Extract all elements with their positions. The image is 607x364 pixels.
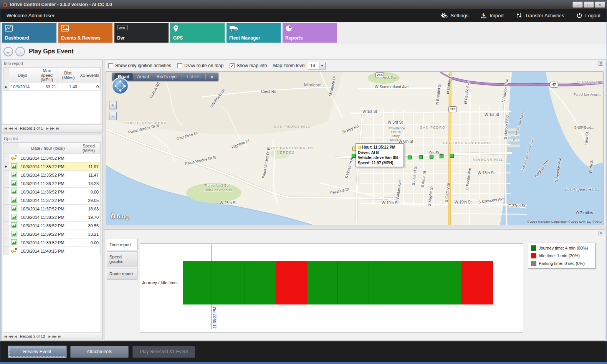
zoom-select[interactable]: 14 ▼ [308, 62, 326, 69]
icon-column-header [9, 143, 19, 154]
titlebar: Idrive Control Center - 3.0.2 version - … [0, 0, 607, 9]
map-canvas[interactable]: MiralestePeck ParkW Summerland AveCrest … [106, 71, 604, 225]
close-button[interactable]: × [595, 2, 605, 8]
review-event-button[interactable]: Review Event [8, 346, 66, 358]
bing-b-icon: b [111, 211, 116, 220]
collapse-map-panel-button[interactable] [599, 61, 603, 66]
gps-pager-prev-page-button[interactable]: ◀◀ [8, 335, 12, 338]
transfer-activities-button[interactable]: Transfer Activities [516, 12, 564, 18]
tab-dvr[interactable]: DVRDvr [114, 23, 169, 43]
right-column: Show only ignition activitiesDraw route … [103, 59, 607, 341]
import-icon [481, 12, 487, 18]
import-label: Import [490, 13, 504, 18]
maximize-button[interactable]: □ [584, 2, 594, 8]
attachments-button[interactable]: Attachments [70, 346, 129, 358]
gps-list-table: Date / hour (local)Speed (MPH) 10/3/2014… [3, 142, 101, 255]
gps-row[interactable]: 10/3/2014 11:39:52 PM0.00 [3, 238, 101, 247]
app-window: Idrive Control Center - 3.0.2 version - … [0, 0, 607, 364]
tab-fleet-manager[interactable]: Fleet Manager [227, 23, 281, 43]
gps-pager-first-button[interactable]: |◀ [4, 335, 7, 338]
checkbox-label: Show map info [237, 63, 267, 68]
route-marker[interactable] [352, 154, 356, 158]
show-only-ignition-activities-checkbox[interactable]: Show only ignition activities [108, 63, 171, 68]
info-pager-prev-button[interactable]: ◀ [15, 127, 17, 130]
info-pager-next-page-button[interactable]: ▶▶ [50, 127, 54, 130]
tab-gps[interactable]: GPS [170, 23, 225, 43]
gps-row[interactable]: 10/3/2014 11:35:52 PM11.47 [3, 171, 101, 179]
tooltip-hour: Hour: 11:35:22 PM [358, 145, 402, 150]
row-selector [3, 154, 9, 162]
info-pager-last-button[interactable]: ▶| [56, 127, 58, 130]
tab-route-report[interactable]: Route report [107, 268, 137, 280]
gps-row[interactable]: 10/3/2014 11:37:52 PM18.63 [3, 205, 101, 213]
map-style-bird-s-eye[interactable]: Bird's eye [153, 73, 180, 80]
chevron-down-icon[interactable]: ▼ [319, 62, 325, 69]
route-marker[interactable] [430, 155, 433, 159]
column-header-date-hour-local: Date / hour (local) [19, 143, 77, 154]
tab-time-report[interactable]: Time report [107, 239, 137, 250]
gps-row[interactable]: ▶10/3/2014 11:35:22 PM11.97 [3, 162, 101, 171]
ignition-on-icon [11, 157, 17, 161]
map-scale: 0.7 miles [576, 210, 593, 215]
route-marker[interactable] [408, 156, 412, 159]
info-pager-prev-page-button[interactable]: ◀◀ [8, 127, 12, 130]
gps-row[interactable]: 10/3/2014 11:38:22 PM19.70 [3, 213, 101, 222]
bar-segment-journey [245, 261, 276, 304]
map-style-aerial[interactable]: Aerial [134, 73, 152, 80]
import-button[interactable]: Import [481, 12, 504, 18]
checkbox-box [108, 63, 113, 68]
show-map-info-checkbox[interactable]: ✓Show map info [230, 63, 267, 68]
report-tabs: Time reportSpeed graphicRoute report [107, 239, 137, 280]
tab-reports[interactable]: Reports [283, 23, 337, 43]
settings-button[interactable]: Settings [441, 12, 468, 18]
logout-button[interactable]: Logout [576, 12, 600, 18]
map-compass-control[interactable] [111, 77, 129, 95]
map-zoom-in-button[interactable]: + [109, 101, 117, 109]
gps-row[interactable]: 10/3/2014 11:36:52 PM0.00 [3, 188, 101, 196]
gps-row[interactable]: 10/3/2014 11:34:52 PM [3, 154, 101, 162]
cell-speed: 0.00 [77, 238, 101, 247]
back-button[interactable]: ← [3, 47, 13, 56]
draw-route-on-map-checkbox[interactable]: Draw route on map [177, 63, 223, 68]
gps-row[interactable]: 10/3/2014 11:38:52 PM30.55 [3, 222, 101, 230]
tab-speed-graphic[interactable]: Speed graphic [107, 251, 137, 267]
column-header-dist-miles: Dist. (Miles) [58, 68, 79, 83]
gps-point-icon [11, 174, 17, 178]
map-nav-collapse-button[interactable]: « [207, 73, 216, 80]
transfer-activities-label: Transfer Activities [525, 13, 564, 18]
bar-segment-journey [183, 261, 214, 304]
collapse-chart-panel-button[interactable] [599, 231, 603, 235]
row-selector [3, 205, 9, 213]
info-pager-first-button[interactable]: |◀ [4, 127, 7, 130]
gps-pager-last-button[interactable]: ▶| [58, 335, 61, 338]
gps-row[interactable]: 10/3/2014 11:40:15 PM [3, 247, 101, 255]
gps-row[interactable]: 10/3/2014 11:37:22 PM29.05 [3, 196, 101, 205]
tab-label: Events & Reviews [61, 35, 101, 41]
gps-pager-next-button[interactable]: ▶ [48, 335, 50, 338]
map-style-labels[interactable]: Labels [184, 73, 204, 80]
route-marker[interactable] [419, 155, 423, 159]
map-zoom-out-button[interactable]: – [109, 112, 117, 120]
map-tooltip: Hour: 11:35:22 PM Driver: AI B Vehicle: … [356, 143, 404, 167]
tab-events-reviews[interactable]: Events & Reviews [58, 23, 112, 43]
checkbox-label: Draw route on map [184, 63, 223, 68]
row-selector [3, 238, 9, 247]
truck-icon [229, 25, 238, 33]
days-link[interactable]: 10/3/2014 [11, 84, 30, 89]
info-pager-next-button[interactable]: ▶ [46, 127, 48, 130]
route-marker[interactable] [450, 154, 454, 158]
events-icon [61, 25, 69, 33]
tab-dashboard[interactable]: Dashboard [2, 23, 56, 43]
gps-list-title: Gps list [4, 136, 18, 141]
max-speed-link[interactable]: 33.21 [45, 84, 56, 89]
route-marker[interactable] [440, 154, 443, 158]
minimize-button[interactable]: – [572, 2, 583, 8]
cell-speed [77, 247, 101, 255]
gps-row[interactable]: 10/3/2014 11:39:22 PM33.21 [3, 230, 101, 238]
down-button[interactable]: ↓ [15, 47, 25, 56]
gps-row[interactable]: 10/3/2014 11:36:22 PM13.28 [3, 179, 101, 188]
gps-pager-next-page-button[interactable]: ▶▶ [52, 335, 56, 338]
table-row[interactable]: ▶10/3/201433.211.400 [3, 83, 101, 91]
gps-pager-prev-button[interactable]: ◀ [15, 335, 17, 338]
tab-label: Reports [285, 35, 303, 41]
